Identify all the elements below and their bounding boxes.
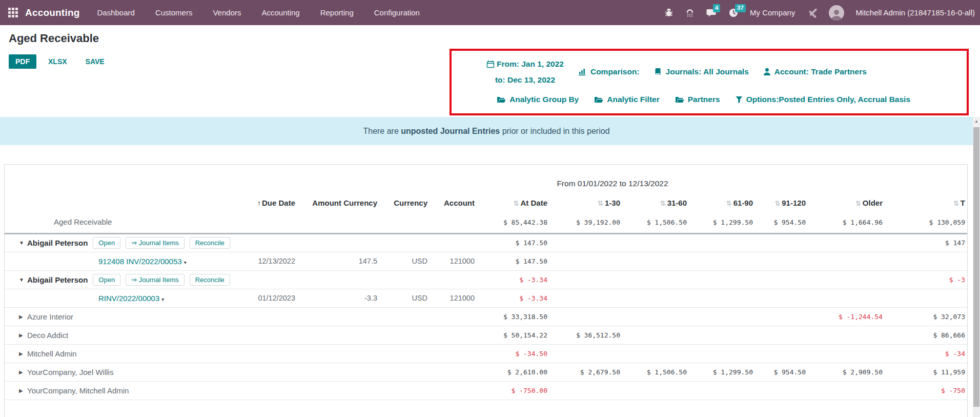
amount-cell <box>808 326 885 344</box>
open-button[interactable]: Open <box>93 274 120 286</box>
bug-icon[interactable] <box>664 8 673 17</box>
menu-reporting[interactable]: Reporting <box>320 8 354 17</box>
company-switcher[interactable]: My Company <box>750 8 795 17</box>
journal-entry-link[interactable]: 912408 INV/2022/00053▾ <box>98 257 187 266</box>
xlsx-button[interactable]: XLSX <box>42 54 74 69</box>
sortable-icon[interactable]: ⇅ <box>514 200 519 207</box>
sortable-icon[interactable]: ⇅ <box>855 200 861 207</box>
journal-items-button[interactable]: ⇒ Journal Items <box>126 237 185 249</box>
reconcile-button[interactable]: Reconcile <box>190 237 230 249</box>
amount-cell <box>549 270 622 289</box>
31-60-column-header[interactable]: ⇅31-60 <box>622 193 689 212</box>
journal-items-button[interactable]: ⇒ Journal Items <box>126 274 185 286</box>
sortable-icon[interactable]: ⇅ <box>660 200 666 207</box>
amount-cell <box>622 289 689 307</box>
caret-down-icon[interactable]: ▾ <box>184 260 187 265</box>
amount-cell: $ 2,909.50 <box>808 363 885 381</box>
journals-filter[interactable]: Journals: All Journals <box>654 67 749 76</box>
open-button[interactable]: Open <box>93 237 120 249</box>
vertical-scrollbar[interactable]: ▲ <box>973 117 980 417</box>
sortable-icon[interactable]: ⇅ <box>953 200 959 207</box>
scroll-up-icon[interactable]: ▲ <box>973 119 980 124</box>
partner-name[interactable]: Mitchell Admin <box>27 349 77 358</box>
user-avatar[interactable] <box>829 5 844 21</box>
reconcile-button[interactable]: Reconcile <box>190 274 230 286</box>
caret-down-icon[interactable]: ▼ <box>19 240 27 246</box>
total-column-header[interactable]: ⇅T <box>885 193 967 212</box>
detail-cell: USD <box>379 252 430 270</box>
menu-vendors[interactable]: Vendors <box>213 8 241 17</box>
systray: 4 37 My Company Mitchell Admin (21847185… <box>664 5 975 21</box>
total-91-120: $ 954.50 <box>755 212 808 233</box>
activities-icon[interactable]: 37 <box>728 8 739 18</box>
sort-ascending-icon[interactable]: ↑ <box>257 199 261 207</box>
scrollbar-thumb[interactable] <box>973 127 979 407</box>
partner-name[interactable]: Deco Addict <box>27 331 68 340</box>
user-menu[interactable]: Mitchell Admin (21847185-16-0-all) <box>855 8 975 17</box>
save-button[interactable]: SAVE <box>79 54 111 69</box>
caret-right-icon[interactable]: ▶ <box>19 314 27 320</box>
analytic-folder-icon <box>497 96 506 104</box>
menu-accounting[interactable]: Accounting <box>261 8 299 17</box>
caret-right-icon[interactable]: ▶ <box>19 388 27 393</box>
partner-name[interactable]: YourCompany, Joel Willis <box>27 368 113 376</box>
menu-customers[interactable]: Customers <box>155 8 193 17</box>
app-name[interactable]: Accounting <box>25 7 80 18</box>
partner-name[interactable]: Abigail Peterson <box>27 239 88 247</box>
messages-icon[interactable]: 4 <box>706 8 717 18</box>
amount-currency-column-header[interactable]: Amount Currency <box>297 193 379 212</box>
options-filter[interactable]: Options:Posted Entries Only, Accrual Bas… <box>736 95 910 104</box>
amount-cell: $ -3 <box>885 270 967 289</box>
menu-dashboard[interactable]: Dashboard <box>97 8 135 17</box>
detail-cell <box>297 363 379 381</box>
amount-cell: $ 954.50 <box>755 363 808 381</box>
comparison-filter[interactable]: Comparison: <box>578 67 640 76</box>
sortable-icon[interactable]: ⇅ <box>598 200 603 207</box>
partner-name[interactable]: Abigail Peterson <box>27 275 88 284</box>
detail-cell <box>379 233 430 252</box>
date-range-filter[interactable]: From: Jan 1, 2022 to: Dec 13, 2022 <box>486 57 564 87</box>
detail-cell <box>379 307 430 326</box>
account-filter[interactable]: Account: Trade Partners <box>763 67 867 76</box>
caret-down-icon[interactable]: ▾ <box>161 296 164 302</box>
amount-cell <box>885 252 967 270</box>
amount-cell <box>549 252 622 270</box>
caret-right-icon[interactable]: ▶ <box>19 332 27 338</box>
due-date-column-header[interactable]: ↑Due Date <box>246 193 297 212</box>
pdf-button[interactable]: PDF <box>9 54 36 69</box>
caret-right-icon[interactable]: ▶ <box>19 351 27 356</box>
apps-grid-icon[interactable] <box>8 8 18 17</box>
amount-cell: $ -3.34 <box>477 289 549 307</box>
older-column-header[interactable]: ⇅Older <box>808 193 885 212</box>
period-header: From 01/01/2022 to 12/13/2022 <box>541 179 684 188</box>
sortable-icon[interactable]: ⇅ <box>726 200 732 207</box>
journals-icon <box>654 68 662 76</box>
menu-configuration[interactable]: Configuration <box>374 8 420 17</box>
currency-column-header[interactable]: Currency <box>379 193 430 212</box>
91-120-column-header[interactable]: ⇅91-120 <box>755 193 808 212</box>
journal-entry-link[interactable]: RINV/2022/00003▾ <box>98 294 164 303</box>
table-row: ▶Deco Addict$ 50,154.22$ 36,512.50$ 86,6… <box>5 326 967 344</box>
sortable-icon[interactable]: ⇅ <box>774 200 780 207</box>
partners-filter[interactable]: Partners <box>675 95 720 104</box>
1-30-column-header[interactable]: ⇅1-30 <box>549 193 622 212</box>
filter-row-2: Analytic Group By Analytic Filter Partne… <box>497 95 910 104</box>
page-title: Aged Receivable <box>9 32 99 45</box>
tools-icon[interactable] <box>806 7 818 18</box>
partner-name[interactable]: Azure Interior <box>27 312 73 321</box>
filter-date-to: to: Dec 13, 2022 <box>495 75 555 84</box>
total-total: $ 130,059 <box>885 212 967 233</box>
account-column-header[interactable]: Account <box>430 193 477 212</box>
amount-cell <box>808 233 885 252</box>
detail-cell: 01/12/2023 <box>246 289 297 307</box>
partner-name[interactable]: YourCompany, Mitchell Admin <box>27 386 129 395</box>
at-date-column-header[interactable]: ⇅At Date <box>477 193 549 212</box>
dialpad-icon[interactable] <box>685 8 695 18</box>
analytic-group-by-filter[interactable]: Analytic Group By <box>497 95 579 104</box>
caret-down-icon[interactable]: ▼ <box>19 277 27 283</box>
detail-cell <box>379 381 430 400</box>
analytic-filter[interactable]: Analytic Filter <box>594 95 660 104</box>
61-90-column-header[interactable]: ⇅61-90 <box>689 193 755 212</box>
amount-cell: $ 33,318.50 <box>477 307 549 326</box>
caret-right-icon[interactable]: ▶ <box>19 369 27 375</box>
